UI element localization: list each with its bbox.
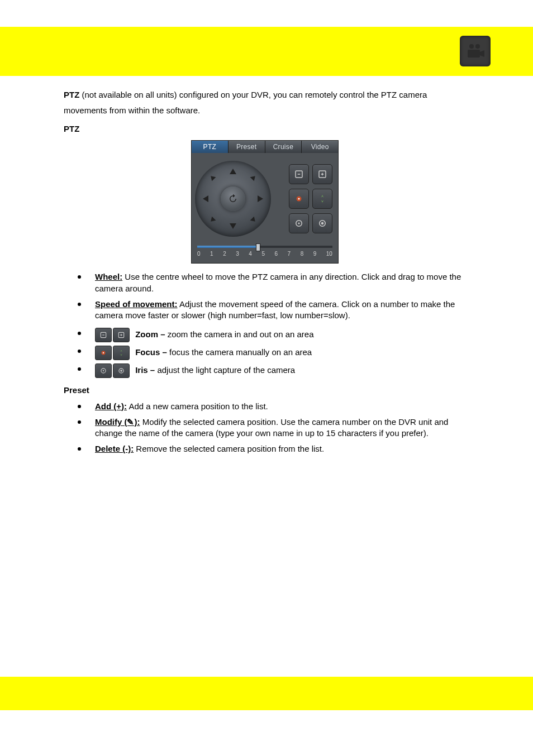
intro-paragraph: PTZ (not available on all units) configu… (64, 89, 472, 101)
slider-ticks: 0 1 2 3 4 5 6 7 8 9 10 (197, 250, 332, 258)
header-band (0, 27, 533, 76)
list-item: Modify (✎): Modify the selected camera p… (64, 417, 472, 439)
ptz-panel-screenshot: PTZ Preset Cruise Video (191, 140, 339, 264)
item-label: Speed of movement: (95, 299, 178, 309)
ptz-wheel[interactable] (195, 161, 271, 237)
zoom-in-button[interactable] (312, 164, 332, 184)
item-label: Delete (‑): (95, 444, 134, 453)
rotate-icon (228, 194, 238, 204)
svg-point-10 (298, 198, 300, 199)
tab-preset[interactable]: Preset (229, 141, 265, 153)
tab-cruise[interactable]: Cruise (265, 141, 302, 153)
iris-open-icon (113, 363, 130, 378)
focus-out-icon (95, 346, 112, 360)
item-label: Wheel: (95, 272, 122, 281)
camera-icon-tile (460, 36, 491, 66)
item-body: Add a new camera position to the list. (129, 401, 268, 411)
svg-rect-16 (102, 335, 104, 336)
intro-line2: movements from within the software. (64, 105, 472, 116)
svg-point-0 (469, 44, 474, 49)
svg-point-12 (298, 222, 300, 224)
svg-point-23 (103, 370, 104, 371)
iris-close-button[interactable] (289, 213, 309, 233)
focus-in-button[interactable] (312, 189, 332, 209)
svg-rect-8 (322, 173, 323, 176)
item-label: Modify (✎): (95, 417, 140, 427)
list-item: Zoom – zoom the camera in and out on an … (64, 328, 472, 342)
focus-out-button[interactable] (289, 189, 309, 209)
item-label: Iris – (135, 365, 157, 375)
svg-rect-19 (121, 334, 121, 337)
section1-heading: PTZ (64, 123, 472, 135)
item-body: adjust the light capture of the camera (157, 365, 295, 375)
zoom-in-icon (113, 328, 130, 342)
item-label: Zoom (135, 329, 160, 339)
list-item: Iris – adjust the light capture of the c… (64, 363, 472, 378)
item-label: Focus – (135, 347, 169, 357)
iris-icons (95, 363, 130, 378)
iris-close-icon (95, 363, 112, 378)
intro-line1-body: (not available on all units) configured … (79, 90, 427, 99)
item-body: focus the camera manually on an area (169, 347, 312, 357)
item-body: Modify the selected camera position. Use… (95, 417, 448, 438)
item-body: zoom the camera in and out on an area (168, 329, 314, 339)
slider-thumb-icon[interactable] (256, 243, 260, 251)
tab-ptz[interactable]: PTZ (192, 141, 229, 153)
list-item: Focus – focus the camera manually on an … (64, 346, 472, 360)
tab-video[interactable]: Video (302, 141, 338, 153)
zoom-out-button[interactable] (289, 164, 309, 184)
item-body: Use the centre wheel to move the PTZ cam… (95, 272, 461, 293)
zoom-icons (95, 328, 130, 342)
svg-point-21 (103, 352, 104, 353)
tab-row: PTZ Preset Cruise Video (192, 141, 338, 153)
section2-heading: Preset (64, 385, 472, 396)
list-item: Add (+): Add a new camera position to th… (64, 401, 472, 412)
focus-icons (95, 346, 130, 360)
ptz-wheel-center[interactable] (221, 186, 245, 211)
iris-open-button[interactable] (312, 213, 332, 233)
svg-rect-2 (468, 50, 480, 58)
focus-in-icon (113, 346, 130, 360)
arrow-up-icon[interactable] (230, 169, 236, 174)
video-camera-icon (466, 43, 485, 60)
footer-band (0, 677, 533, 710)
svg-point-25 (120, 370, 122, 372)
arrow-down-icon[interactable] (230, 223, 236, 229)
svg-point-1 (475, 44, 480, 49)
list-item: Speed of movement: Adjust the movement s… (64, 299, 472, 322)
list-item: Delete (‑): Remove the selected camera p… (64, 443, 472, 454)
speed-slider[interactable] (197, 246, 332, 248)
svg-rect-5 (298, 174, 301, 175)
item-body: Remove the selected camera position from… (136, 444, 324, 453)
intro-prefix: PTZ (64, 90, 79, 99)
arrow-left-icon[interactable] (203, 195, 208, 202)
svg-point-14 (321, 222, 324, 225)
zoom-out-icon (95, 328, 112, 342)
arrow-right-icon[interactable] (258, 195, 263, 202)
svg-marker-3 (480, 50, 484, 57)
item-label: Add (+): (95, 401, 127, 411)
list-item: Wheel: Use the centre wheel to move the … (64, 271, 472, 294)
